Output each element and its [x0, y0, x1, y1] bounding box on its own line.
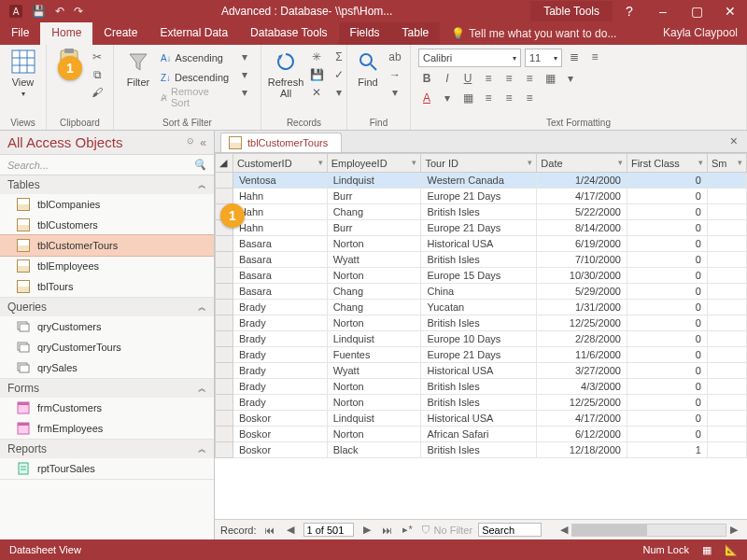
- cell[interactable]: British Isles: [421, 204, 537, 220]
- cell[interactable]: Western Canada: [421, 173, 537, 189]
- table-row[interactable]: BoskorBlackBritish Isles12/18/20001: [216, 442, 747, 458]
- cell[interactable]: [707, 411, 746, 427]
- save-icon[interactable]: 💾: [32, 5, 46, 18]
- cell[interactable]: 4/3/2000: [537, 379, 627, 395]
- row-selector[interactable]: [216, 284, 233, 300]
- table-row[interactable]: BasaraNortonHistorical USA6/19/20000: [216, 236, 747, 252]
- cell[interactable]: Fuentes: [327, 347, 421, 363]
- cell[interactable]: [707, 189, 746, 204]
- select-button[interactable]: ▾: [387, 84, 403, 101]
- column-header[interactable]: Date▾: [537, 154, 627, 173]
- document-tab[interactable]: tblCustomerTours: [220, 133, 342, 152]
- cell[interactable]: 12/25/2000: [537, 315, 627, 331]
- nav-item-frmemployees[interactable]: frmEmployees: [0, 418, 214, 439]
- cell[interactable]: 11/6/2000: [537, 347, 627, 363]
- close-tab-button[interactable]: ×: [721, 130, 747, 152]
- table-row[interactable]: HahnChangBritish Isles5/22/20000: [216, 204, 747, 220]
- cell[interactable]: 0: [627, 220, 707, 236]
- spelling-button[interactable]: ✓: [331, 66, 347, 83]
- cell[interactable]: [707, 395, 746, 411]
- row-selector[interactable]: [216, 395, 233, 411]
- cell[interactable]: British Isles: [421, 395, 537, 411]
- datasheet[interactable]: ◢CustomerID▾EmployeeID▾Tour ID▾Date▾Firs…: [215, 153, 747, 519]
- maximize-button[interactable]: ▢: [680, 0, 713, 22]
- row-selector[interactable]: [216, 236, 233, 252]
- selection-filter-button[interactable]: ▾: [236, 49, 253, 65]
- nav-item-tblemployees[interactable]: tblEmployees: [0, 256, 214, 276]
- nav-item-tblcustomers[interactable]: tblCustomers: [0, 215, 214, 235]
- row-selector[interactable]: [216, 300, 233, 315]
- cell[interactable]: Europe 10 Days: [421, 331, 537, 347]
- cell[interactable]: Norton: [327, 315, 421, 331]
- cell[interactable]: Chang: [327, 204, 421, 220]
- table-row[interactable]: HahnBurrEurope 21 Days4/17/20000: [216, 189, 747, 204]
- cut-button[interactable]: ✂: [89, 49, 106, 65]
- nav-item-rpttoursales[interactable]: rptTourSales: [0, 458, 214, 479]
- last-record-button[interactable]: ⏭: [380, 525, 395, 536]
- next-record-button[interactable]: ▶: [359, 524, 374, 536]
- record-position-input[interactable]: [303, 523, 354, 537]
- row-selector[interactable]: [216, 427, 233, 442]
- cell[interactable]: Lindquist: [327, 331, 421, 347]
- table-row[interactable]: BradyFuentesEurope 21 Days11/6/20000: [216, 347, 747, 363]
- italic-button[interactable]: I: [439, 70, 456, 87]
- tab-fields[interactable]: Fields: [339, 22, 391, 45]
- tab-table[interactable]: Table: [391, 22, 441, 45]
- cell[interactable]: Wyatt: [327, 363, 421, 379]
- cell[interactable]: [707, 427, 746, 442]
- table-row[interactable]: BasaraNortonEurope 15 Days10/30/20000: [216, 268, 747, 284]
- table-row[interactable]: BradyWyattHistorical USA3/27/20000: [216, 363, 747, 379]
- cell[interactable]: 0: [627, 268, 707, 284]
- row-selector[interactable]: [216, 347, 233, 363]
- cell[interactable]: [707, 300, 746, 315]
- nav-group-tables[interactable]: Tables: [7, 178, 40, 191]
- cell[interactable]: 7/10/2000: [537, 252, 627, 268]
- cell[interactable]: Norton: [327, 236, 421, 252]
- cell[interactable]: [707, 331, 746, 347]
- table-row[interactable]: BoskorNortonAfrican Safari6/12/20000: [216, 427, 747, 442]
- cell[interactable]: [707, 173, 746, 189]
- cell[interactable]: Norton: [327, 427, 421, 442]
- cell[interactable]: 0: [627, 204, 707, 220]
- cell[interactable]: 12/25/2000: [537, 395, 627, 411]
- cell[interactable]: 12/18/2000: [537, 442, 627, 458]
- cell[interactable]: 0: [627, 379, 707, 395]
- chevron-up-icon[interactable]: ︽: [198, 443, 206, 455]
- row-selector[interactable]: [216, 173, 233, 189]
- nav-item-frmcustomers[interactable]: frmCustomers: [0, 398, 214, 418]
- align-left-button[interactable]: ≡: [480, 70, 497, 87]
- cell[interactable]: Historical USA: [421, 236, 537, 252]
- table-row[interactable]: BradyNortonBritish Isles12/25/20000: [216, 315, 747, 331]
- cell[interactable]: Europe 15 Days: [421, 268, 537, 284]
- refresh-all-button[interactable]: Refresh All: [269, 49, 303, 99]
- cell[interactable]: Wyatt: [327, 252, 421, 268]
- bold-button[interactable]: B: [418, 70, 435, 87]
- column-header[interactable]: EmployeeID▾: [327, 154, 421, 173]
- cell[interactable]: [707, 252, 746, 268]
- font-size-combo[interactable]: 11▾: [525, 49, 562, 67]
- cell[interactable]: Europe 21 Days: [421, 347, 537, 363]
- tab-external-data[interactable]: External Data: [148, 22, 239, 45]
- cell[interactable]: [707, 347, 746, 363]
- row-selector[interactable]: [216, 315, 233, 331]
- tab-create[interactable]: Create: [92, 22, 148, 45]
- chevron-up-icon[interactable]: ︽: [198, 179, 206, 191]
- tab-home[interactable]: Home: [40, 22, 92, 45]
- redo-icon[interactable]: ↷: [74, 5, 83, 18]
- filter-indicator[interactable]: ⛉ No Filter: [421, 525, 473, 536]
- cell[interactable]: Ventosa: [233, 173, 327, 189]
- cell[interactable]: 0: [627, 347, 707, 363]
- chevron-up-icon[interactable]: ︽: [198, 383, 206, 395]
- new-record-button[interactable]: ✳: [308, 49, 325, 65]
- datasheet-view-button[interactable]: ▦: [702, 544, 712, 556]
- column-header[interactable]: Sm▾: [707, 154, 746, 173]
- cell[interactable]: [707, 442, 746, 458]
- cell[interactable]: 5/22/2000: [537, 204, 627, 220]
- indentl-button[interactable]: ≡: [500, 90, 517, 106]
- ascending-button[interactable]: A↓Ascending: [161, 49, 231, 67]
- replace-button[interactable]: ab: [387, 49, 403, 65]
- table-row[interactable]: BradyNortonBritish Isles4/3/20000: [216, 379, 747, 395]
- cell[interactable]: 2/28/2000: [537, 331, 627, 347]
- undo-icon[interactable]: ↶: [55, 5, 64, 18]
- row-selector[interactable]: [216, 363, 233, 379]
